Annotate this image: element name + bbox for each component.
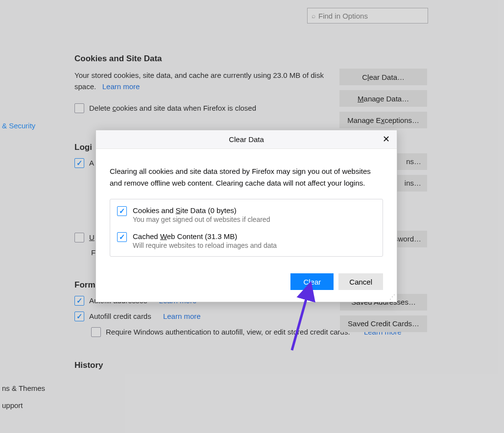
cookies-site-data-label: Cookies and Site Data (0 bytes) <box>133 206 270 215</box>
cached-web-content-sub: Will require websites to reload images a… <box>133 241 277 249</box>
dialog-title: Clear Data <box>229 135 264 144</box>
resize-grip-icon[interactable]: ⋰ <box>389 293 395 300</box>
cookies-site-data-sub: You may get signed out of websites if cl… <box>133 216 270 223</box>
cancel-button[interactable]: Cancel <box>338 273 383 290</box>
cookies-site-data-checkbox[interactable] <box>117 206 127 216</box>
close-icon[interactable]: ✕ <box>379 132 393 146</box>
clear-data-dialog: Clear Data ✕ Clearing all cookies and si… <box>96 130 397 302</box>
clear-button[interactable]: Clear <box>290 273 334 290</box>
dialog-intro: Clearing all cookies and site data store… <box>110 166 383 189</box>
cached-web-content-label: Cached Web Content (31.3 MB) <box>133 232 277 241</box>
dialog-options: Cookies and Site Data (0 bytes) You may … <box>110 199 383 257</box>
cached-web-content-checkbox[interactable] <box>117 232 127 242</box>
